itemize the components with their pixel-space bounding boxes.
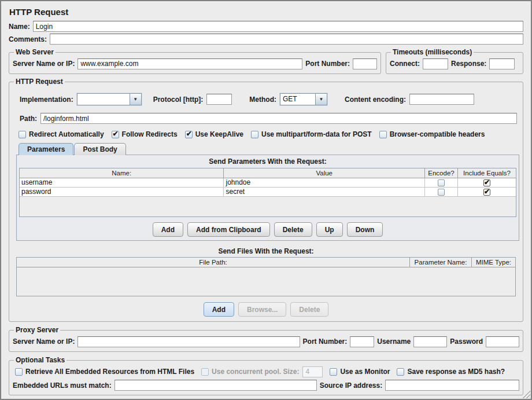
move-up-button[interactable]: Up	[316, 222, 343, 237]
checkbox-icon[interactable]	[112, 131, 119, 138]
move-down-button[interactable]: Down	[347, 222, 383, 237]
param-encode-cell[interactable]	[425, 178, 458, 188]
save-response-md5-label: Save response as MD5 hash?	[407, 368, 505, 376]
source-ip-label: Source IP address:	[320, 381, 383, 390]
source-ip-input[interactable]	[385, 380, 519, 391]
parameters-tab-panel: Send Parameters With the Request: Name: …	[16, 155, 519, 241]
checkbox-icon[interactable]	[438, 179, 445, 186]
checkbox-icon[interactable]	[185, 131, 193, 138]
method-label: Method:	[249, 96, 276, 104]
proxy-port-input[interactable]	[350, 336, 374, 347]
comments-input[interactable]	[50, 34, 523, 45]
follow-redirects-label: Follow Redirects	[122, 130, 178, 138]
implementation-dropdown-button[interactable]: ▼	[130, 94, 141, 105]
param-value-cell[interactable]: secret	[224, 188, 425, 197]
use-keepalive-checkbox[interactable]: Use KeepAlive	[185, 130, 243, 138]
param-name-cell[interactable]: username	[20, 178, 224, 188]
protocol-label: Protocol [http]:	[153, 96, 204, 104]
content-encoding-label: Content encoding:	[345, 96, 406, 104]
redirect-automatically-checkbox[interactable]: Redirect Automatically	[19, 130, 104, 138]
http-request-legend: HTTP Request	[14, 78, 65, 86]
proxy-port-label: Port Number:	[303, 337, 348, 346]
checkbox-icon[interactable]	[379, 131, 387, 138]
retrieve-embedded-resources-label: Retrieve All Embedded Resources from HTM…	[25, 368, 194, 376]
browser-compatible-headers-label: Browser-compatible headers	[390, 130, 485, 138]
browse-file-button[interactable]: Browse...	[238, 302, 286, 317]
files-table-empty-area	[17, 267, 515, 296]
connect-timeout-label: Connect:	[390, 60, 420, 68]
name-label: Name:	[9, 23, 30, 31]
browser-compatible-headers-checkbox[interactable]: Browser-compatible headers	[379, 130, 485, 138]
parameters-tabbed-pane: Parameters Post Body Send Parameters Wit…	[16, 143, 519, 241]
page-title: HTTP Request	[9, 7, 531, 17]
checkbox-icon[interactable]	[19, 131, 26, 138]
param-value-cell[interactable]: johndoe	[224, 178, 425, 188]
implementation-row: Implementation: ▼ Protocol [http]: Metho…	[20, 92, 519, 107]
tab-bar: Parameters Post Body	[16, 143, 519, 155]
protocol-input[interactable]	[206, 94, 232, 105]
optional-tasks-group: Optional Tasks Retrieve All Embedded Res…	[9, 356, 523, 395]
proxy-password-input[interactable]	[486, 336, 519, 347]
column-header-file-path: File Path:	[17, 258, 410, 267]
tab-parameters[interactable]: Parameters	[19, 143, 73, 155]
param-name-cell[interactable]: password	[20, 188, 224, 197]
comments-label: Comments:	[9, 35, 47, 43]
checkbox-icon[interactable]	[483, 179, 490, 186]
name-input[interactable]	[33, 21, 523, 32]
checkbox-icon	[201, 368, 209, 376]
redirect-automatically-label: Redirect Automatically	[29, 130, 104, 138]
server-name-input[interactable]	[77, 58, 302, 69]
use-as-monitor-checkbox[interactable]: Use as Monitor	[330, 368, 390, 376]
multipart-post-checkbox[interactable]: Use multipart/form-data for POST	[251, 130, 372, 138]
param-include-equals-cell[interactable]	[458, 188, 516, 197]
port-number-label: Port Number:	[305, 60, 350, 68]
response-timeout-input[interactable]	[489, 58, 515, 69]
param-encode-cell[interactable]	[425, 188, 458, 197]
follow-redirects-checkbox[interactable]: Follow Redirects	[112, 130, 178, 138]
files-table: File Path: Parameter Name: MIME Type:	[16, 257, 516, 296]
request-options-row: Redirect Automatically Follow Redirects …	[19, 130, 519, 138]
checkbox-icon[interactable]	[483, 189, 490, 196]
parameters-table: Name: Value Encode? Include Equals? user…	[19, 168, 516, 217]
port-number-input[interactable]	[353, 58, 377, 69]
add-file-button[interactable]: Add	[204, 302, 234, 317]
content-encoding-input[interactable]	[409, 94, 474, 105]
table-row: username johndoe	[20, 178, 516, 188]
implementation-select[interactable]: ▼	[77, 93, 142, 105]
save-response-md5-checkbox[interactable]: Save response as MD5 hash?	[397, 368, 505, 376]
add-parameter-button[interactable]: Add	[153, 222, 183, 237]
method-dropdown-button[interactable]: ▼	[315, 94, 327, 105]
method-selected-value: GET	[280, 94, 315, 105]
embedded-urls-match-input[interactable]	[114, 380, 317, 391]
column-header-mime-type: MIME Type:	[472, 258, 515, 267]
delete-file-button[interactable]: Delete	[290, 302, 328, 317]
delete-parameter-button[interactable]: Delete	[274, 222, 312, 237]
checkbox-icon[interactable]	[251, 131, 258, 138]
tab-post-body[interactable]: Post Body	[74, 143, 125, 155]
parameters-table-empty-area	[20, 197, 516, 216]
use-concurrent-pool-checkbox: Use concurrent pool. Size:	[201, 368, 299, 376]
checkbox-icon[interactable]	[330, 368, 337, 376]
implementation-selected-value	[77, 94, 130, 105]
chevron-down-icon: ▼	[133, 97, 138, 102]
optional-tasks-legend: Optional Tasks	[14, 356, 66, 364]
checkbox-icon[interactable]	[438, 189, 445, 196]
column-header-name: Name:	[20, 168, 224, 178]
param-include-equals-cell[interactable]	[458, 178, 516, 188]
parameters-table-header: Name: Value Encode? Include Equals?	[20, 168, 516, 178]
connect-timeout-input[interactable]	[423, 58, 448, 69]
checkbox-icon[interactable]	[15, 368, 23, 376]
implementation-label: Implementation:	[20, 96, 73, 104]
retrieve-embedded-resources-checkbox[interactable]: Retrieve All Embedded Resources from HTM…	[15, 368, 194, 376]
column-header-include-equals: Include Equals?	[458, 168, 516, 178]
checkbox-icon[interactable]	[397, 368, 404, 376]
path-input[interactable]	[40, 113, 517, 124]
proxy-username-input[interactable]	[413, 336, 447, 347]
method-select[interactable]: GET ▼	[280, 93, 327, 105]
optional-tasks-row: Retrieve All Embedded Resources from HTM…	[15, 365, 519, 379]
http-request-sampler-window: HTTP Request Name: Comments: Web Server …	[0, 0, 532, 400]
http-request-group: HTTP Request Implementation: ▼ Protocol …	[9, 78, 523, 322]
files-table-header: File Path: Parameter Name: MIME Type:	[17, 258, 515, 267]
add-from-clipboard-button[interactable]: Add from Clipboard	[187, 222, 270, 237]
proxy-server-name-input[interactable]	[77, 336, 300, 347]
